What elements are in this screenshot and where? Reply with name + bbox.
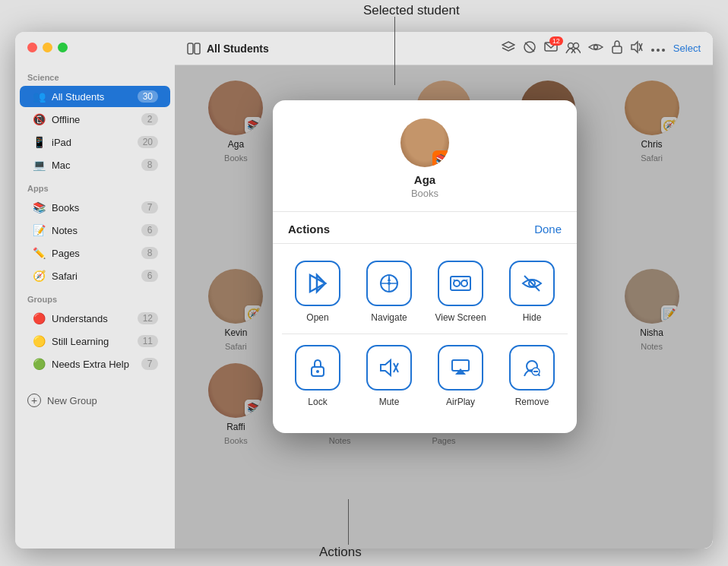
sidebar-item-safari[interactable]: 🧭 Safari 6 — [20, 265, 170, 286]
offline-label: Offline — [52, 114, 141, 125]
modal-student-name: Aga — [414, 173, 435, 186]
modal-divider-top — [273, 243, 577, 244]
groups-section-label: Groups — [15, 287, 175, 307]
maximize-button[interactable] — [58, 43, 68, 52]
svg-rect-9 — [612, 46, 622, 53]
sidebar: Science 👥 All Students 30 📵 Offline 2 📱 … — [15, 32, 175, 549]
message-toolbar-icon[interactable]: 12 — [544, 40, 558, 57]
navigate-icon — [366, 261, 412, 306]
toolbar-actions: 12 — [502, 40, 701, 57]
svg-marker-32 — [381, 360, 391, 375]
svg-marker-22 — [388, 276, 391, 281]
action-view-screen-button[interactable]: View Screen — [425, 250, 496, 334]
lock-icon — [295, 345, 340, 391]
toolbar-title-area: All Students — [187, 42, 269, 55]
ipad-icon: 📱 — [32, 135, 46, 149]
mute-toolbar-icon[interactable] — [631, 40, 643, 57]
svg-point-31 — [316, 370, 319, 373]
sidebar-item-understands[interactable]: 🔴 Understands 12 — [20, 308, 170, 329]
hide-icon — [509, 261, 555, 306]
page-title: All Students — [207, 43, 269, 55]
all-students-label: All Students — [52, 91, 138, 103]
more-toolbar-icon[interactable] — [650, 42, 666, 55]
sidebar-item-all-students[interactable]: 👥 All Students 30 — [20, 86, 170, 107]
needs-extra-help-icon: 🟢 — [32, 357, 46, 371]
sidebar-item-notes[interactable]: 📝 Notes 6 — [20, 220, 170, 241]
all-students-icon: 👥 — [32, 90, 46, 103]
modal-done-button[interactable]: Done — [534, 223, 562, 236]
mute-icon — [366, 345, 412, 391]
selected-student-line — [394, 17, 395, 85]
svg-line-29 — [524, 276, 540, 291]
modal-actions-grid: Open Navigate — [273, 247, 577, 433]
sidebar-toggle-icon[interactable] — [187, 42, 201, 55]
action-open-button[interactable]: Open — [282, 250, 353, 334]
airplay-label: AirPlay — [446, 397, 475, 407]
sidebar-item-ipad[interactable]: 📱 iPad 20 — [20, 131, 170, 153]
safari-icon: 🧭 — [32, 269, 46, 283]
notes-label: Notes — [52, 225, 141, 236]
needs-extra-help-label: Needs Extra Help — [52, 359, 141, 370]
new-group-label: New Group — [47, 395, 97, 406]
svg-point-6 — [568, 43, 573, 48]
message-badge: 12 — [549, 36, 563, 46]
mac-label: Mac — [52, 160, 141, 171]
still-learning-count: 11 — [138, 335, 158, 347]
modal-app-badge: 📚 — [432, 150, 449, 167]
select-button[interactable]: Select — [673, 43, 701, 54]
pages-icon: ✏️ — [32, 246, 46, 260]
sidebar-item-mac[interactable]: 💻 Mac 8 — [20, 154, 170, 175]
sidebar-item-needs-extra-help[interactable]: 🟢 Needs Extra Help 7 — [20, 353, 170, 375]
modal-actions-title: Actions — [288, 223, 330, 236]
understands-count: 12 — [138, 312, 158, 324]
offline-icon: 📵 — [32, 112, 46, 126]
minimize-button[interactable] — [43, 43, 52, 52]
layers-toolbar-icon[interactable] — [502, 40, 515, 57]
still-learning-label: Still Learning — [52, 336, 138, 347]
action-remove-button[interactable]: Remove — [496, 334, 568, 418]
svg-point-21 — [388, 282, 391, 285]
eye-toolbar-icon[interactable] — [588, 42, 603, 55]
action-airplay-button[interactable]: AirPlay — [425, 334, 496, 418]
safari-count: 6 — [141, 270, 158, 282]
sidebar-item-still-learning[interactable]: 🟡 Still Learning 11 — [20, 330, 170, 352]
modal-student-appname: Books — [411, 188, 438, 199]
notes-count: 6 — [141, 224, 158, 236]
remove-icon — [509, 345, 555, 391]
navigate-label: Navigate — [371, 312, 407, 323]
action-navigate-button[interactable]: Navigate — [353, 250, 425, 334]
traffic-lights — [27, 43, 68, 52]
books-count: 7 — [141, 201, 158, 213]
sidebar-item-offline[interactable]: 📵 Offline 2 — [20, 109, 170, 130]
svg-rect-0 — [188, 43, 193, 54]
science-section-label: Science — [15, 65, 175, 85]
understands-icon: 🔴 — [32, 311, 46, 325]
modal-student-avatar: 📚 — [400, 119, 449, 167]
hide-label: Hide — [523, 312, 542, 323]
sidebar-item-pages[interactable]: ✏️ Pages 8 — [20, 242, 170, 264]
lock-label: Lock — [308, 397, 327, 407]
pages-count: 8 — [141, 247, 158, 259]
ipad-count: 20 — [138, 136, 158, 148]
view-screen-icon — [438, 261, 483, 306]
block-toolbar-icon[interactable] — [523, 40, 537, 57]
sidebar-item-books[interactable]: 📚 Books 7 — [20, 197, 170, 218]
all-students-count: 30 — [138, 90, 158, 103]
svg-point-8 — [593, 45, 597, 49]
action-mute-button[interactable]: Mute — [353, 334, 425, 418]
app-window: Science 👥 All Students 30 📵 Offline 2 📱 … — [15, 32, 713, 549]
svg-point-7 — [573, 43, 578, 48]
remove-label: Remove — [515, 397, 549, 407]
actions-modal: 📚 Aga Books Actions Done Open — [273, 100, 577, 433]
close-button[interactable] — [27, 43, 37, 52]
action-hide-button[interactable]: Hide — [496, 250, 568, 334]
svg-marker-2 — [502, 42, 514, 48]
group-toolbar-icon[interactable] — [565, 40, 581, 57]
action-lock-button[interactable]: Lock — [282, 334, 353, 418]
notes-icon: 📝 — [32, 223, 46, 237]
new-group-button[interactable]: + New Group — [15, 387, 175, 413]
actions-line — [348, 499, 349, 545]
ipad-label: iPad — [52, 137, 138, 148]
lock-toolbar-icon[interactable] — [611, 40, 623, 57]
offline-count: 2 — [141, 113, 158, 125]
